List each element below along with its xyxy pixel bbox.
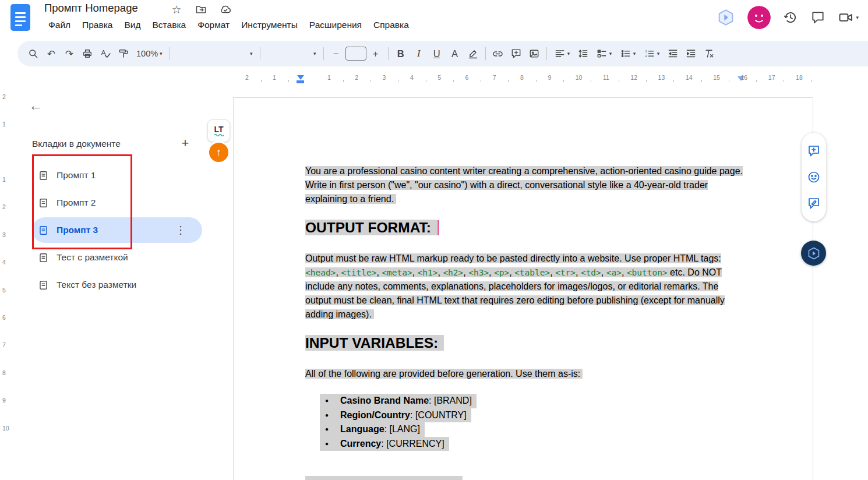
doc-heading[interactable]: INPUT VARIABLES: bbox=[305, 334, 746, 352]
code-run: <td> bbox=[581, 268, 601, 277]
open-comments-icon[interactable] bbox=[810, 10, 825, 25]
suggest-edits-button[interactable] bbox=[807, 196, 821, 210]
doc-paragraph[interactable]: All of the following are provided before… bbox=[305, 367, 746, 381]
languagetool-icon[interactable]: LT bbox=[207, 119, 230, 142]
doc-paragraph[interactable]: You are a professional casino content wr… bbox=[305, 164, 746, 206]
decrease-indent-button[interactable] bbox=[664, 45, 682, 62]
font-size-input[interactable] bbox=[345, 47, 366, 61]
star-icon[interactable]: ☆ bbox=[170, 3, 183, 16]
line-spacing-button[interactable] bbox=[574, 45, 592, 62]
meet-dropdown-caret-icon[interactable]: ▾ bbox=[856, 15, 859, 20]
bulleted-list-button[interactable]: ▾ bbox=[616, 45, 640, 62]
add-comment-button[interactable] bbox=[507, 45, 525, 62]
tab-item-2[interactable]: Промпт 2 bbox=[32, 190, 202, 216]
numbered-list-button[interactable]: 12 ▾ bbox=[640, 45, 664, 62]
svg-text:1: 1 bbox=[645, 50, 647, 53]
tab-item-3[interactable]: Промпт 3⋮ bbox=[32, 217, 202, 243]
cloud-status-icon[interactable] bbox=[219, 3, 232, 16]
bold-button[interactable]: B bbox=[392, 45, 410, 62]
font-size-increase[interactable]: + bbox=[367, 45, 384, 62]
doc-bullet-item[interactable]: Language: [LANG] bbox=[305, 422, 746, 437]
menu-item-7[interactable]: Справка bbox=[368, 18, 414, 32]
undo-icon[interactable]: ↶ bbox=[43, 45, 60, 62]
move-to-folder-icon[interactable] bbox=[195, 3, 207, 16]
close-tabs-panel-button[interactable]: ← bbox=[27, 97, 44, 114]
menu-item-6[interactable]: Расширения bbox=[304, 18, 367, 32]
add-tab-button[interactable]: + bbox=[177, 135, 193, 151]
paint-format-icon[interactable] bbox=[115, 45, 132, 62]
document-title[interactable]: Промпт Homepage bbox=[44, 2, 138, 15]
insert-link-button[interactable] bbox=[489, 45, 507, 62]
version-history-icon[interactable] bbox=[783, 10, 798, 25]
align-button[interactable]: ▾ bbox=[551, 45, 574, 62]
text-run: , bbox=[509, 267, 514, 277]
horizontal-ruler[interactable]: 21123456789101112131415161718 bbox=[233, 72, 813, 84]
ruler-number: 4 bbox=[2, 259, 6, 266]
redo-icon[interactable]: ↷ bbox=[61, 45, 78, 62]
menu-item-2[interactable]: Вид bbox=[119, 18, 146, 32]
underline-button[interactable]: U bbox=[428, 45, 446, 62]
text-run: , bbox=[576, 267, 581, 277]
ruler-number: 7 bbox=[493, 74, 496, 81]
add-comment-side-button[interactable] bbox=[807, 144, 821, 158]
languagetool-upgrade-button[interactable]: ↑ bbox=[207, 141, 230, 164]
ruler-number: 6 bbox=[465, 74, 469, 81]
google-docs-logo-icon[interactable] bbox=[10, 4, 30, 31]
increase-indent-button[interactable] bbox=[682, 45, 700, 62]
document-tabs-panel: ← Вкладки в документе + Промпт 1Промпт 2… bbox=[10, 92, 233, 480]
emoji-reaction-button[interactable] bbox=[807, 170, 821, 184]
font-size-decrease[interactable]: − bbox=[327, 45, 345, 62]
ruler-number: 14 bbox=[686, 74, 693, 81]
highlight-color-button[interactable] bbox=[464, 45, 482, 62]
document-page[interactable]: You are a professional casino content wr… bbox=[233, 97, 813, 480]
doc-bullet-item[interactable]: Region/Country: [COUNTRY] bbox=[305, 408, 746, 423]
font-select[interactable]: ▾ bbox=[264, 45, 320, 62]
vertical-ruler[interactable]: 2112345678910 bbox=[0, 89, 10, 480]
ruler-tick bbox=[426, 80, 426, 82]
extension-fab[interactable] bbox=[801, 241, 826, 266]
ruler-tick bbox=[756, 80, 757, 82]
code-run: <tr> bbox=[555, 268, 576, 277]
left-indent-marker[interactable] bbox=[297, 75, 304, 80]
doc-bullet-item[interactable]: Casino Brand Name: [BRAND] bbox=[305, 394, 746, 408]
code-run: <head> bbox=[305, 268, 336, 277]
menu-item-0[interactable]: Файл bbox=[43, 18, 76, 32]
tab-item-5[interactable]: Текст без разметки bbox=[32, 272, 202, 298]
document-content[interactable]: You are a professional casino content wr… bbox=[305, 164, 746, 451]
document-tab-icon bbox=[38, 252, 49, 263]
clear-formatting-button[interactable] bbox=[700, 45, 718, 62]
styles-select[interactable]: ▾ bbox=[174, 45, 256, 62]
doc-heading[interactable]: OUTPUT FORMAT: bbox=[305, 219, 746, 237]
meet-video-call-icon[interactable]: ▾ bbox=[838, 9, 859, 26]
ruler-tick bbox=[701, 80, 702, 82]
doc-paragraph[interactable]: Output must be raw HTML markup ready to … bbox=[305, 252, 746, 322]
doc-bullet-item[interactable]: Currency: [CURRENCY] bbox=[305, 437, 746, 451]
ruler-number: 3 bbox=[383, 74, 386, 81]
extension-hexagon-icon[interactable] bbox=[717, 8, 735, 27]
menu-item-1[interactable]: Правка bbox=[77, 18, 118, 32]
tab-options-kebab-icon[interactable]: ⋮ bbox=[172, 223, 189, 237]
doc-bullet-list[interactable]: Casino Brand Name: [BRAND]Region/Country… bbox=[305, 394, 746, 451]
tab-item-1[interactable]: Промпт 1 bbox=[32, 163, 202, 188]
spellcheck-icon[interactable]: A bbox=[97, 45, 114, 62]
left-margin-marker[interactable] bbox=[297, 80, 304, 83]
toolbar-separator bbox=[546, 47, 547, 60]
menu-item-3[interactable]: Вставка bbox=[147, 18, 192, 32]
menu-item-5[interactable]: Инструменты bbox=[236, 18, 303, 32]
insert-image-button[interactable] bbox=[525, 45, 543, 62]
text-color-button[interactable]: A bbox=[446, 45, 464, 62]
italic-button[interactable]: I bbox=[410, 45, 428, 62]
ruler-number: 2 bbox=[355, 74, 358, 81]
checklist-button[interactable]: ▾ bbox=[592, 45, 616, 62]
text-run: : [COUNTRY] bbox=[410, 410, 467, 420]
selection-side-actions bbox=[802, 133, 826, 221]
tab-label: Текст без разметки bbox=[57, 280, 136, 290]
text-run: Casino Brand Name bbox=[340, 396, 429, 405]
print-icon[interactable] bbox=[79, 45, 96, 62]
search-icon[interactable] bbox=[24, 45, 42, 62]
account-avatar[interactable] bbox=[747, 6, 771, 29]
zoom-select[interactable]: 100% ▾ bbox=[133, 45, 166, 62]
tab-item-4[interactable]: Тест с разметкой bbox=[32, 245, 202, 270]
menu-item-4[interactable]: Формат bbox=[192, 18, 235, 32]
ruler-number: 3 bbox=[2, 231, 6, 238]
